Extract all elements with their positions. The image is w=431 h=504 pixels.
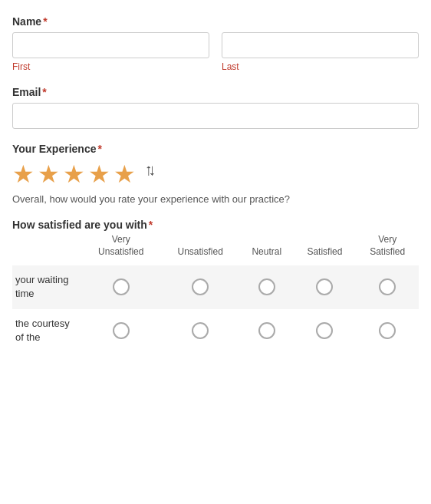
waiting-very-satisfied-cell	[356, 265, 419, 308]
courtesy-very-unsatisfied-cell	[81, 309, 160, 352]
name-required-star: *	[43, 15, 47, 28]
courtesy-very-satisfied-radio[interactable]	[379, 322, 396, 339]
courtesy-very-satisfied-cell	[356, 309, 419, 352]
email-label-text: Email	[12, 86, 41, 98]
last-label: Last	[222, 61, 419, 72]
experience-required-star: *	[97, 143, 101, 155]
satisfaction-header-row: VeryUnsatisfied Unsatisfied Neutral Sati…	[12, 231, 419, 265]
col-header-very-unsatisfied: VeryUnsatisfied	[81, 231, 160, 265]
satisfaction-row-courtesy: the courtesy of the	[12, 309, 419, 352]
waiting-unsatisfied-radio[interactable]	[192, 278, 209, 295]
email-required-star: *	[42, 86, 46, 98]
courtesy-very-unsatisfied-radio[interactable]	[113, 322, 130, 339]
col-header-very-satisfied: VerySatisfied	[356, 231, 419, 265]
star-5[interactable]: ★	[114, 160, 136, 189]
courtesy-neutral-radio[interactable]	[258, 322, 275, 339]
waiting-very-satisfied-radio[interactable]	[379, 278, 396, 295]
waiting-neutral-radio[interactable]	[258, 278, 275, 295]
courtesy-unsatisfied-radio[interactable]	[192, 322, 209, 339]
first-name-input[interactable]	[12, 32, 209, 58]
satisfaction-table: VeryUnsatisfied Unsatisfied Neutral Sati…	[12, 231, 419, 352]
waiting-neutral-cell	[240, 265, 294, 308]
name-label: Name*	[12, 15, 419, 28]
email-field-group: Email*	[12, 86, 419, 129]
courtesy-neutral-cell	[240, 309, 294, 352]
waiting-satisfied-radio[interactable]	[316, 278, 333, 295]
satisfaction-label: How satisfied are you with*	[12, 219, 153, 231]
star-3[interactable]: ★	[63, 160, 85, 189]
star-4[interactable]: ★	[88, 160, 110, 189]
email-label: Email*	[12, 86, 419, 98]
courtesy-label: the courtesy of the	[12, 309, 81, 352]
experience-label: Your Experience*	[12, 143, 419, 155]
waiting-time-label: your waiting time	[12, 265, 81, 308]
name-field-group: Name* First Last	[12, 15, 419, 72]
waiting-unsatisfied-cell	[160, 265, 239, 308]
col-header-unsatisfied: Unsatisfied	[160, 231, 239, 265]
first-name-col: First	[12, 32, 209, 72]
waiting-satisfied-cell	[294, 265, 357, 308]
col-header-satisfied: Satisfied	[294, 231, 357, 265]
cursor-placeholder: ⮁	[139, 160, 162, 189]
last-name-col: Last	[222, 32, 419, 72]
star-2[interactable]: ★	[38, 160, 60, 189]
courtesy-unsatisfied-cell	[160, 309, 239, 352]
satisfaction-label-text: How satisfied are you with	[12, 219, 147, 231]
star-1[interactable]: ★	[12, 160, 35, 189]
courtesy-satisfied-cell	[294, 309, 357, 352]
waiting-very-unsatisfied-radio[interactable]	[113, 278, 130, 295]
experience-description: Overall, how would you rate your experie…	[12, 193, 419, 205]
first-label: First	[12, 61, 209, 72]
satisfaction-field-group: How satisfied are you with* VeryUnsatisf…	[12, 219, 419, 352]
satisfaction-row-waiting: your waiting time	[12, 265, 419, 308]
col-header-empty	[12, 231, 81, 265]
star-rating-row: ★ ★ ★ ★ ★ ⮁	[12, 160, 419, 189]
experience-field-group: Your Experience* ★ ★ ★ ★ ★ ⮁ Overall, ho…	[12, 143, 419, 205]
courtesy-satisfied-radio[interactable]	[316, 322, 333, 339]
last-name-input[interactable]	[222, 32, 419, 58]
name-label-text: Name	[12, 15, 41, 28]
email-input[interactable]	[12, 103, 419, 129]
satisfaction-required-star: *	[149, 219, 153, 231]
waiting-very-unsatisfied-cell	[81, 265, 160, 308]
name-row: First Last	[12, 32, 419, 72]
col-header-neutral: Neutral	[240, 231, 294, 265]
experience-label-text: Your Experience	[12, 143, 96, 155]
